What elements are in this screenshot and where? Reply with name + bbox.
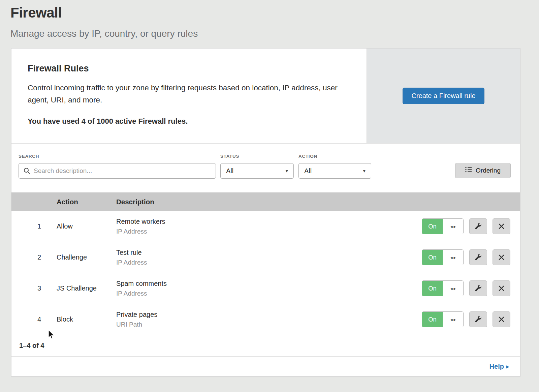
chevron-down-icon: ▾ <box>363 168 366 174</box>
status-filter-group: STATUS All ▾ <box>220 154 294 179</box>
close-icon <box>498 223 505 230</box>
help-arrow-icon: ▸ <box>506 363 509 370</box>
table-row: 4 Block Private pages URI Path On ◂▸ <box>11 304 520 335</box>
edit-rule-button[interactable] <box>469 218 487 234</box>
edit-rule-button[interactable] <box>469 311 487 327</box>
search-label: SEARCH <box>19 154 216 159</box>
delete-rule-button[interactable] <box>493 249 510 265</box>
chevron-down-icon: ▾ <box>285 168 288 174</box>
wrench-icon <box>475 254 482 261</box>
rule-match-type: IP Address <box>116 259 422 266</box>
search-input[interactable] <box>19 163 216 179</box>
pagination-row: 1–4 of 4 <box>11 335 520 357</box>
help-row: Help ▸ <box>11 357 520 376</box>
rule-match-type: IP Address <box>116 290 422 297</box>
toggle-on-label[interactable]: On <box>422 250 443 265</box>
rule-index: 2 <box>11 253 57 261</box>
edit-rule-button[interactable] <box>469 249 487 265</box>
ordering-button-label: Ordering <box>476 167 501 174</box>
firewall-rules-card: Firewall Rules Control incoming traffic … <box>11 48 520 376</box>
rule-enabled-toggle[interactable]: On ◂▸ <box>422 311 464 327</box>
wrench-icon <box>475 223 482 230</box>
toggle-arrows-icon[interactable]: ◂▸ <box>443 281 463 296</box>
delete-rule-button[interactable] <box>493 311 510 327</box>
status-select-value: All <box>226 167 233 175</box>
column-header-description: Description <box>116 198 520 206</box>
rule-description: Private pages <box>116 311 422 319</box>
toggle-arrows-icon[interactable]: ◂▸ <box>443 219 463 234</box>
delete-rule-button[interactable] <box>493 280 510 296</box>
rule-controls: On ◂▸ <box>422 311 520 327</box>
create-firewall-rule-button[interactable]: Create a Firewall rule <box>403 88 484 104</box>
section-title: Firewall Rules <box>28 63 350 74</box>
rule-description-cell: Test rule IP Address <box>116 249 422 266</box>
help-link-label: Help <box>489 363 504 370</box>
search-wrap <box>19 163 216 179</box>
rule-description-cell: Spam comments IP Address <box>116 280 422 297</box>
section-description: Control incoming traffic to your zone by… <box>28 82 350 106</box>
rule-controls: On ◂▸ <box>422 280 520 296</box>
filters-bar: SEARCH STATUS All ▾ ACTION All <box>11 144 520 192</box>
wrench-icon <box>475 316 482 323</box>
usage-summary: You have used 4 of 1000 active Firewall … <box>28 117 350 126</box>
ordering-list-icon <box>465 167 472 174</box>
pagination-summary: 1–4 of 4 <box>19 342 44 350</box>
rule-enabled-toggle[interactable]: On ◂▸ <box>422 218 464 234</box>
rule-index: 4 <box>11 315 57 323</box>
column-header-action: Action <box>57 198 116 206</box>
action-label: ACTION <box>298 154 371 159</box>
toggle-on-label[interactable]: On <box>422 219 443 234</box>
action-select[interactable]: All ▾ <box>298 163 371 179</box>
rule-match-type: IP Address <box>116 228 422 235</box>
delete-rule-button[interactable] <box>493 218 510 234</box>
intro-section: Firewall Rules Control incoming traffic … <box>11 49 367 143</box>
page-header: Firewall Manage access by IP, country, o… <box>0 0 539 39</box>
toggle-on-label[interactable]: On <box>422 281 443 296</box>
rule-index: 1 <box>11 222 57 230</box>
rule-description: Test rule <box>116 249 422 257</box>
wrench-icon <box>475 285 482 292</box>
help-link[interactable]: Help ▸ <box>489 363 509 370</box>
rule-description-cell: Private pages URI Path <box>116 311 422 328</box>
rule-action: JS Challenge <box>57 284 116 292</box>
toggle-arrows-icon[interactable]: ◂▸ <box>443 312 463 327</box>
toggle-arrows-icon[interactable]: ◂▸ <box>443 250 463 265</box>
page-subtitle: Manage access by IP, country, or query r… <box>10 28 539 39</box>
rule-match-type: URI Path <box>116 321 422 328</box>
rule-action: Allow <box>57 222 116 230</box>
rule-description: Spam comments <box>116 280 422 288</box>
rule-action: Block <box>57 315 116 323</box>
table-header: Action Description <box>11 192 520 211</box>
table-row: 2 Challenge Test rule IP Address On ◂▸ <box>11 242 520 273</box>
card-top-section: Firewall Rules Control incoming traffic … <box>11 49 520 144</box>
rule-description-cell: Remote workers IP Address <box>116 218 422 235</box>
rule-controls: On ◂▸ <box>422 218 520 234</box>
action-select-value: All <box>304 167 312 175</box>
status-select[interactable]: All ▾ <box>220 163 294 179</box>
rule-controls: On ◂▸ <box>422 249 520 265</box>
close-icon <box>498 316 505 323</box>
toggle-on-label[interactable]: On <box>422 312 443 327</box>
rule-index: 3 <box>11 284 57 292</box>
create-rule-panel: Create a Firewall rule <box>367 49 520 143</box>
search-filter-group: SEARCH <box>19 154 216 179</box>
close-icon <box>498 254 505 261</box>
status-label: STATUS <box>220 154 294 159</box>
action-filter-group: ACTION All ▾ <box>298 154 371 179</box>
table-row: 3 JS Challenge Spam comments IP Address … <box>11 273 520 304</box>
table-row: 1 Allow Remote workers IP Address On ◂▸ <box>11 211 520 242</box>
rule-enabled-toggle[interactable]: On ◂▸ <box>422 249 464 265</box>
rule-action: Challenge <box>57 253 116 261</box>
rule-enabled-toggle[interactable]: On ◂▸ <box>422 280 464 296</box>
search-icon <box>23 167 30 176</box>
rule-description: Remote workers <box>116 218 422 225</box>
edit-rule-button[interactable] <box>469 280 487 296</box>
close-icon <box>498 285 505 292</box>
ordering-button[interactable]: Ordering <box>455 163 511 178</box>
page-title: Firewall <box>10 5 539 21</box>
